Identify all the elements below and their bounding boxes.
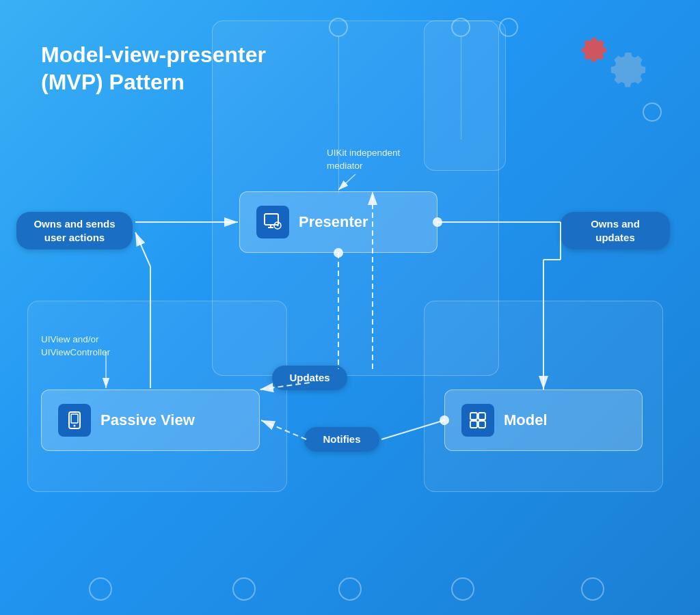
badge-owns-sends: Owns and sends user actions [16, 212, 133, 249]
svg-rect-14 [470, 413, 477, 420]
model-icon [461, 404, 494, 437]
dec-circle-1 [329, 18, 348, 37]
badge-owns-updates: Owns and updates [561, 212, 670, 249]
presenter-label: Presenter [299, 213, 368, 231]
svg-point-12 [74, 425, 76, 427]
dec-circle-bottom-1 [89, 577, 112, 601]
col-line-2 [461, 37, 461, 139]
svg-rect-7 [265, 214, 278, 225]
view-icon [58, 404, 91, 437]
bg-panel-top-right [424, 20, 506, 171]
dec-circle-bottom-2 [232, 577, 256, 601]
dec-circle-4 [643, 102, 662, 122]
model-node: Model [444, 390, 643, 451]
gear-large-icon [604, 48, 652, 96]
badge-notifies: Notifies [304, 427, 379, 452]
svg-line-6 [135, 232, 150, 266]
badge-updates: Updates [272, 366, 347, 390]
annotation-uikit: UIKit independent mediator [327, 147, 400, 173]
svg-rect-15 [479, 413, 485, 420]
presenter-icon [256, 206, 289, 238]
svg-rect-17 [479, 421, 485, 428]
annotation-uiview: UIView and/or UIViewController [41, 333, 110, 359]
dec-circle-bottom-3 [338, 577, 362, 601]
gear-small-icon [577, 34, 611, 68]
dec-circle-3 [499, 18, 518, 37]
dec-circle-2 [451, 18, 470, 37]
page-title: Model-view-presenter (MVP) Pattern [41, 41, 266, 96]
model-label: Model [504, 411, 548, 429]
svg-rect-13 [71, 414, 78, 423]
dec-circle-bottom-4 [451, 577, 474, 601]
svg-rect-16 [470, 421, 477, 428]
view-node: Passive View [41, 390, 260, 451]
presenter-node: Presenter [239, 191, 438, 253]
dec-circle-bottom-5 [581, 577, 604, 601]
view-label: Passive View [100, 411, 195, 429]
